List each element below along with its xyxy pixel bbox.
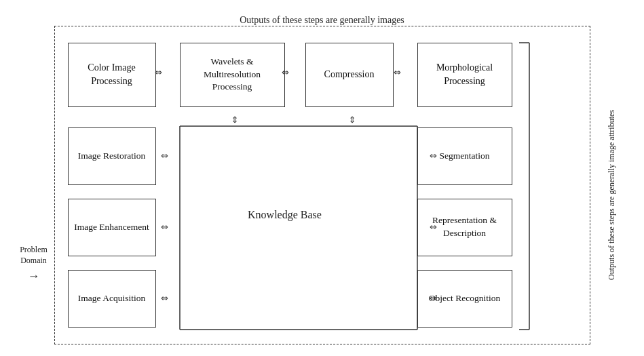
image-enhancement-box: Image Enhancement bbox=[68, 199, 156, 256]
right-label-text: Outputs of these steps are generally ima… bbox=[607, 110, 618, 280]
knowledge-base-label: Knowledge Base bbox=[170, 209, 400, 221]
segmentation-box: Segmentation bbox=[417, 127, 512, 185]
object-recognition-box: Object Recognition bbox=[417, 270, 512, 328]
color-image-box: Color Image Processing bbox=[68, 43, 156, 107]
problem-domain-arrow: → bbox=[28, 269, 40, 283]
image-restoration-box: Image Restoration bbox=[68, 127, 156, 185]
representation-box: Representation & Description bbox=[417, 199, 512, 256]
outer-label: Outputs of these steps are generally ima… bbox=[14, 15, 631, 26]
compression-box: Compression bbox=[305, 43, 394, 107]
wavelets-box: Wavelets & Multiresolution Processing bbox=[180, 43, 285, 107]
morphological-box: Morphological Processing bbox=[417, 43, 512, 107]
problem-domain-label: ProblemDomain → bbox=[14, 245, 54, 283]
right-label-container: Outputs of these steps are generally ima… bbox=[594, 60, 631, 331]
image-acquisition-box: Image Acquisition bbox=[68, 270, 156, 328]
problem-domain-text: ProblemDomain bbox=[20, 245, 48, 266]
diagram: Outputs of these steps are generally ima… bbox=[14, 5, 631, 351]
